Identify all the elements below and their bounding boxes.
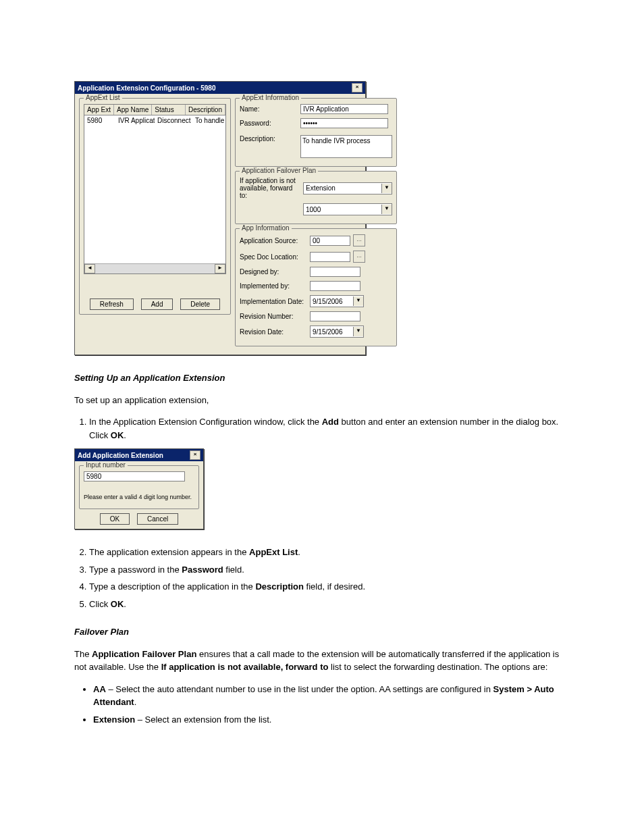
heading-failover: Failover Plan bbox=[74, 625, 570, 639]
step-4: Type a description of the application in… bbox=[89, 580, 570, 594]
col-appext[interactable]: App Ext bbox=[84, 105, 114, 115]
close-icon[interactable]: × bbox=[190, 450, 200, 460]
name-input[interactable] bbox=[300, 104, 388, 114]
failover-target-combo[interactable]: 1000 ▼ bbox=[303, 203, 392, 215]
input-number-group: Input number Please enter a valid 4 digi… bbox=[79, 465, 199, 509]
appext-config-dialog: Application Extension Configuration - 59… bbox=[74, 81, 366, 355]
listview-headers: App Ext App Name Status Description bbox=[84, 105, 225, 115]
failover-text: If application is not available, forward… bbox=[240, 177, 300, 199]
designed-input[interactable] bbox=[310, 267, 360, 277]
col-status[interactable]: Status bbox=[152, 105, 186, 115]
combo-value: 9/15/2006 bbox=[313, 298, 353, 305]
step-5: Click OK. bbox=[89, 598, 570, 611]
chevron-down-icon[interactable]: ▼ bbox=[353, 296, 363, 306]
step-2: The application extension appears in the… bbox=[89, 546, 570, 559]
dialog-title: Application Extension Configuration - 59… bbox=[78, 84, 215, 92]
appsource-input[interactable] bbox=[310, 236, 350, 246]
designed-label: Designed by: bbox=[240, 268, 307, 276]
password-input[interactable] bbox=[300, 118, 388, 128]
horizontal-scrollbar[interactable]: ◄ ► bbox=[84, 263, 225, 273]
combo-value: Extension bbox=[306, 184, 381, 192]
password-label: Password: bbox=[240, 120, 298, 127]
step-1: In the Application Extension Configurati… bbox=[89, 415, 570, 442]
refresh-button[interactable]: Refresh bbox=[90, 298, 134, 310]
revnum-label: Revision Number: bbox=[240, 313, 307, 320]
delete-button[interactable]: Delete bbox=[180, 298, 220, 310]
group-legend: App Information bbox=[240, 224, 292, 232]
failover-type-combo[interactable]: Extension ▼ bbox=[303, 182, 392, 194]
description-input[interactable]: To handle IVR process bbox=[300, 135, 392, 158]
combo-value: 9/15/2006 bbox=[313, 328, 353, 336]
appinfo-group: App Information Application Source: … Sp… bbox=[235, 228, 397, 346]
heading-setup: Setting Up an Application Extension bbox=[74, 371, 570, 385]
titlebar: Application Extension Configuration - 59… bbox=[75, 82, 365, 94]
bullet-aa: AA – Select the auto attendant number to… bbox=[93, 683, 570, 709]
specdoc-label: Spec Doc Location: bbox=[240, 253, 307, 261]
appext-listview[interactable]: App Ext App Name Status Description 5980… bbox=[84, 104, 226, 274]
ok-button[interactable]: OK bbox=[100, 513, 130, 525]
failover-paragraph: The Application Failover Plan ensures th… bbox=[74, 648, 570, 674]
chevron-down-icon[interactable]: ▼ bbox=[353, 327, 363, 336]
steps-list: In the Application Extension Configurati… bbox=[89, 415, 570, 442]
group-legend: Application Failover Plan bbox=[240, 167, 318, 174]
browse-icon[interactable]: … bbox=[353, 251, 365, 263]
revdate-label: Revision Date: bbox=[240, 328, 307, 336]
cell-appname: IVR Applicat... bbox=[115, 115, 155, 126]
extension-number-input[interactable] bbox=[84, 471, 185, 481]
appext-list-group: AppExt List App Ext App Name Status Desc… bbox=[79, 98, 231, 315]
titlebar: Add Application Extension × bbox=[75, 449, 203, 461]
table-row[interactable]: 5980 IVR Applicat... Disconnect To handl… bbox=[84, 115, 225, 126]
failover-bullets: AA – Select the auto attendant number to… bbox=[93, 683, 570, 727]
col-appname[interactable]: App Name bbox=[114, 105, 152, 115]
browse-icon[interactable]: … bbox=[353, 234, 365, 246]
failover-group: Application Failover Plan If application… bbox=[235, 171, 397, 224]
dialog-title: Add Application Extension bbox=[78, 452, 163, 459]
cancel-button[interactable]: Cancel bbox=[137, 513, 178, 525]
cell-status: Disconnect bbox=[155, 115, 192, 126]
impl-date-label: Implementation Date: bbox=[240, 298, 307, 305]
chevron-down-icon[interactable]: ▼ bbox=[381, 205, 392, 214]
impl-date-picker[interactable]: 9/15/2006 ▼ bbox=[310, 295, 364, 307]
col-description[interactable]: Description bbox=[186, 105, 225, 115]
intro-setup: To set up an application extension, bbox=[74, 394, 570, 407]
step-3: Type a password in the Password field. bbox=[89, 563, 570, 577]
appsource-label: Application Source: bbox=[240, 237, 307, 244]
cell-description: To handle IVR process bbox=[192, 115, 225, 126]
group-legend: AppExt List bbox=[84, 94, 122, 101]
add-appext-dialog: Add Application Extension × Input number… bbox=[74, 448, 204, 529]
implemented-label: Implemented by: bbox=[240, 282, 307, 290]
group-legend: Input number bbox=[84, 461, 128, 469]
appext-info-group: AppExt Information Name: Password: Descr… bbox=[235, 98, 397, 167]
chevron-down-icon[interactable]: ▼ bbox=[381, 184, 392, 193]
hint-text: Please enter a valid 4 digit long number… bbox=[84, 494, 194, 500]
revnum-input[interactable] bbox=[310, 311, 360, 321]
combo-value: 1000 bbox=[306, 206, 381, 213]
bullet-extension: Extension – Select an extension from the… bbox=[93, 713, 570, 727]
name-label: Name: bbox=[240, 105, 298, 113]
scroll-left-icon[interactable]: ◄ bbox=[84, 264, 95, 273]
steps-list-cont: The application extension appears in the… bbox=[89, 546, 570, 610]
revdate-picker[interactable]: 9/15/2006 ▼ bbox=[310, 325, 364, 338]
cell-appext: 5980 bbox=[84, 115, 115, 126]
specdoc-input[interactable] bbox=[310, 252, 350, 262]
implemented-input[interactable] bbox=[310, 281, 360, 291]
description-label: Description: bbox=[240, 135, 298, 142]
add-button[interactable]: Add bbox=[141, 298, 173, 310]
scroll-right-icon[interactable]: ► bbox=[215, 264, 225, 273]
close-icon[interactable]: × bbox=[352, 83, 363, 93]
group-legend: AppExt Information bbox=[240, 94, 301, 101]
